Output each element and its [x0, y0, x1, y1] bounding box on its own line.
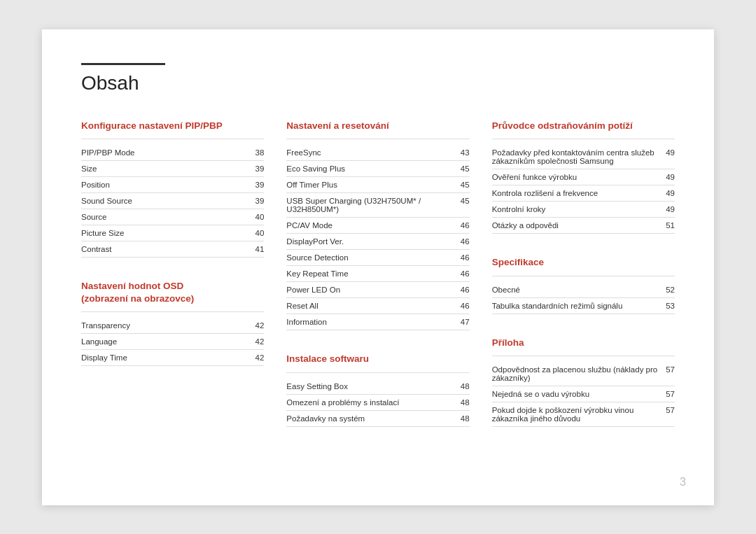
- section-nastaveni: Nastavení a resetování FreeSync 43 Eco S…: [286, 120, 469, 331]
- section-title-instalace: Instalace softwaru: [286, 353, 469, 365]
- section-title-pruvodce: Průvodce odstraňováním potíží: [492, 120, 675, 132]
- list-item: Easy Setting Box 48: [286, 379, 469, 395]
- list-item: Tabulka standardních režimů signálu 53: [492, 298, 675, 314]
- toc-list-instalace: Easy Setting Box 48 Omezení a problémy s…: [286, 379, 469, 427]
- list-item: Language 42: [81, 334, 264, 350]
- toc-list-nastaveni: FreeSync 43 Eco Saving Plus 45 Off Timer…: [286, 145, 469, 330]
- title-bar: [81, 63, 165, 65]
- section-title-osd: Nastavení hodnot OSD(zobrazení na obrazo…: [81, 280, 264, 304]
- section-title-priloha: Příloha: [492, 337, 675, 349]
- list-item: Source Detection 46: [286, 250, 469, 266]
- list-item: Kontrola rozlišení a frekvence 49: [492, 185, 675, 202]
- list-item: Eco Saving Plus 45: [286, 161, 469, 177]
- list-item: Position 39: [81, 177, 264, 193]
- list-item: Source 40: [81, 209, 264, 225]
- list-item: Odpovědnost za placenou službu (náklady …: [492, 362, 675, 386]
- toc-list-pip-pbp: PIP/PBP Mode 38 Size 39 Position 39 Soun…: [81, 145, 264, 258]
- list-item: Sound Source 39: [81, 193, 264, 209]
- section-title-pip-pbp: Konfigurace nastavení PIP/PBP: [81, 120, 264, 132]
- page: Obsah Konfigurace nastavení PIP/PBP PIP/…: [42, 29, 714, 505]
- page-title: Obsah: [81, 72, 675, 94]
- section-instalace: Instalace softwaru Easy Setting Box 48 O…: [286, 353, 469, 427]
- list-item: USB Super Charging (U32H750UM* /U32H850U…: [286, 193, 469, 218]
- list-item: FreeSync 43: [286, 145, 469, 161]
- list-item: Ověření funkce výrobku 49: [492, 169, 675, 185]
- toc-list-pruvodce: Požadavky před kontaktováním centra služ…: [492, 145, 675, 234]
- toc-list-osd: Transparency 42 Language 42 Display Time…: [81, 318, 264, 366]
- column-3: Průvodce odstraňováním potíží Požadavky …: [492, 120, 675, 450]
- list-item: Contrast 41: [81, 241, 264, 258]
- list-item: Požadavky před kontaktováním centra služ…: [492, 145, 675, 169]
- column-1: Konfigurace nastavení PIP/PBP PIP/PBP Mo…: [81, 120, 286, 450]
- list-item: Reset All 46: [286, 298, 469, 314]
- list-item: PIP/PBP Mode 38: [81, 145, 264, 161]
- list-item: Off Timer Plus 45: [286, 177, 469, 193]
- column-2: Nastavení a resetování FreeSync 43 Eco S…: [286, 120, 491, 450]
- section-title-specifikace: Specifikace: [492, 256, 675, 269]
- list-item: Otázky a odpovědi 51: [492, 218, 675, 234]
- list-item: Display Time 42: [81, 350, 264, 366]
- page-number: 3: [680, 476, 686, 489]
- section-pip-pbp: Konfigurace nastavení PIP/PBP PIP/PBP Mo…: [81, 120, 264, 258]
- list-item: Transparency 42: [81, 318, 264, 334]
- toc-list-priloha: Odpovědnost za placenou službu (náklady …: [492, 362, 675, 427]
- list-item: Pokud dojde k poškození výrobku vinou zá…: [492, 402, 675, 427]
- section-title-nastaveni: Nastavení a resetování: [286, 120, 469, 132]
- list-item: Nejedná se o vadu výrobku 57: [492, 386, 675, 402]
- list-item: Obecné 52: [492, 282, 675, 298]
- section-specifikace: Specifikace Obecné 52 Tabulka standardní…: [492, 256, 675, 314]
- section-priloha: Příloha Odpovědnost za placenou službu (…: [492, 337, 675, 428]
- toc-list-specifikace: Obecné 52 Tabulka standardních režimů si…: [492, 282, 675, 314]
- section-osd: Nastavení hodnot OSD(zobrazení na obrazo…: [81, 280, 264, 366]
- list-item: Požadavky na systém 48: [286, 411, 469, 427]
- list-item: Information 47: [286, 314, 469, 330]
- list-item: DisplayPort Ver. 46: [286, 234, 469, 250]
- section-pruvodce: Průvodce odstraňováním potíží Požadavky …: [492, 120, 675, 234]
- list-item: PC/AV Mode 46: [286, 218, 469, 234]
- list-item: Omezení a problémy s instalací 48: [286, 395, 469, 411]
- list-item: Key Repeat Time 46: [286, 266, 469, 282]
- list-item: Picture Size 40: [81, 225, 264, 241]
- list-item: Size 39: [81, 161, 264, 177]
- list-item: Power LED On 46: [286, 282, 469, 298]
- list-item: Kontrolní kroky 49: [492, 202, 675, 218]
